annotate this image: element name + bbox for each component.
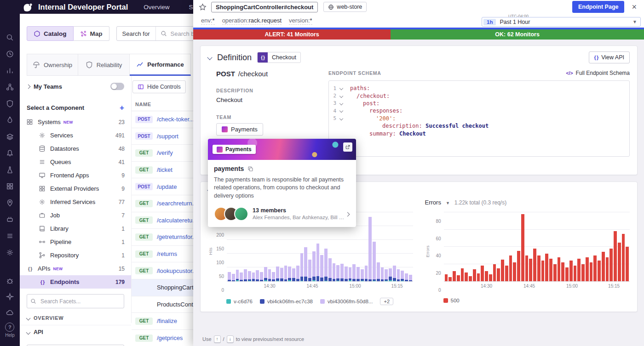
caret-down-icon[interactable]: ▼ — [446, 201, 450, 205]
tab-ownership[interactable]: Ownership — [27, 54, 78, 76]
fold-caret-icon[interactable] — [339, 86, 343, 90]
chart-plot[interactable] — [444, 212, 630, 282]
settings-icon[interactable] — [5, 247, 15, 257]
fold-caret-icon[interactable] — [339, 117, 343, 120]
search-icon[interactable] — [5, 32, 15, 42]
fold-caret-icon[interactable] — [339, 102, 343, 105]
chevron-down-icon[interactable] — [207, 55, 212, 60]
ok-monitors-bar[interactable]: OK: 62 Monitors — [391, 29, 644, 40]
team-hover-card: Payments payments The payments team is r… — [208, 139, 356, 227]
bar — [545, 254, 548, 281]
close-icon[interactable]: × — [632, 3, 637, 11]
legend-item[interactable]: vbi43006fm-50d8... — [320, 299, 373, 304]
item-count: 48 — [119, 146, 125, 152]
cloud-icon[interactable] — [5, 307, 15, 317]
team-banner-chip[interactable]: Payments — [213, 145, 256, 154]
alert-monitors-bar[interactable]: ALERT: 41 Monitors — [193, 29, 391, 40]
endpoint-page-button[interactable]: Endpoint Page — [572, 1, 625, 13]
notebooks-icon[interactable] — [5, 198, 15, 208]
tab-performance[interactable]: Performance — [130, 54, 191, 76]
legend-item[interactable]: 500 — [443, 298, 460, 303]
copy-icon[interactable] — [247, 166, 253, 172]
sidebar-item-endpoints[interactable]: { }Endpoints179 — [20, 275, 131, 289]
service-map-icon[interactable] — [5, 82, 15, 92]
bar — [481, 266, 484, 281]
legend-item[interactable]: v-c6d76 — [226, 299, 253, 304]
top-tab-overview[interactable]: Overview — [144, 4, 169, 11]
fold-caret-icon[interactable] — [339, 94, 343, 97]
bar — [328, 258, 332, 281]
sidebar-item-library[interactable]: Library1 — [20, 222, 131, 235]
bar — [622, 234, 625, 281]
sidebar-item-apis[interactable]: { }APIsNEW15 — [20, 262, 131, 275]
bar — [469, 276, 472, 281]
endpoint-title[interactable]: ShoppingCartController#checkout — [211, 2, 318, 12]
legend-more-button[interactable]: +2 — [380, 298, 393, 305]
integrations-icon[interactable] — [5, 214, 15, 224]
caret-down-icon: ▼ — [632, 19, 637, 24]
hide-controls-button[interactable]: Hide Controls — [132, 80, 186, 93]
star-icon[interactable] — [199, 3, 207, 11]
bar — [477, 273, 480, 281]
sidebar-item-external-providers[interactable]: External Providers9 — [20, 182, 131, 195]
tab-reliability[interactable]: Reliability — [78, 54, 130, 76]
x-tick-label: 14:45 — [523, 284, 535, 289]
logs-icon[interactable] — [5, 231, 15, 241]
layers-icon[interactable] — [5, 131, 15, 142]
sidebar-item-queues[interactable]: Queues41 — [20, 155, 131, 169]
item-count: 7 — [121, 212, 125, 219]
open-team-page-button[interactable] — [343, 142, 352, 152]
full-endpoint-schema-link[interactable]: </> Full Endpoint Schema — [566, 70, 630, 76]
map-view-button[interactable]: Map — [74, 26, 109, 41]
x-axis: 14:3014:4515:0015:15 — [227, 284, 413, 290]
legend-item[interactable]: vbi4ck06fm-ec7c38 — [260, 299, 313, 304]
chevron-right-icon[interactable] — [346, 210, 350, 217]
chevron-down-icon — [26, 330, 31, 335]
infrastructure-icon[interactable] — [5, 181, 15, 191]
bar — [340, 264, 344, 281]
sidebar-item-inferred-services[interactable]: Inferred Services77 — [20, 195, 131, 209]
synthetics-icon[interactable] — [5, 164, 15, 175]
team-label: TEAM — [216, 114, 328, 120]
apm-icon[interactable] — [5, 115, 15, 125]
top-tab-s[interactable]: S — [189, 4, 193, 11]
monitors-icon[interactable] — [5, 148, 15, 158]
history-icon[interactable] — [5, 49, 15, 59]
datadog-logo-icon[interactable] — [22, 1, 34, 12]
sidebar-item-datastores[interactable]: Datastores48 — [20, 142, 131, 155]
time-range-selector[interactable]: 1h Past 1 Hour ▼ — [482, 17, 641, 27]
entity-chip[interactable]: { } Checkout — [257, 52, 301, 63]
view-api-button[interactable]: { } View API — [589, 51, 630, 63]
filter-operation[interactable]: operation:rack.request — [222, 17, 282, 25]
facet-search-input[interactable] — [40, 298, 124, 305]
bar — [264, 267, 267, 281]
bug-report-icon[interactable] — [5, 276, 15, 286]
filter-env[interactable]: env:* — [201, 17, 215, 25]
section-api[interactable]: API — [20, 325, 131, 339]
fold-caret-icon[interactable] — [339, 109, 343, 113]
metrics-icon[interactable] — [5, 65, 15, 75]
sidebar-item-systems[interactable]: SystemsNEW23 — [20, 115, 131, 129]
bar — [602, 252, 605, 281]
sidebar-item-pipeline[interactable]: Pipeline1 — [20, 235, 131, 249]
team-chip[interactable]: Payments — [216, 123, 263, 136]
add-component-button[interactable]: + — [120, 104, 124, 112]
my-teams-row[interactable]: My Teams — [20, 80, 131, 92]
sidebar-item-repository[interactable]: Repository1 — [20, 249, 131, 262]
service-chip[interactable]: web-store — [323, 2, 367, 12]
security-icon[interactable] — [5, 98, 15, 108]
endpoint-side-panel: ShoppingCartController#checkout web-stor… — [193, 0, 644, 346]
help-button[interactable]: ? Help — [5, 323, 15, 338]
team-avatar — [222, 126, 228, 132]
catalog-view-button[interactable]: Catalog — [27, 26, 74, 41]
ai-assistant-icon[interactable] — [5, 291, 15, 301]
my-teams-toggle[interactable] — [110, 83, 124, 90]
item-count: 41 — [119, 159, 125, 165]
sidebar-item-frontend-apps[interactable]: Frontend Apps9 — [20, 169, 131, 182]
filter-version[interactable]: version:* — [289, 17, 312, 25]
sidebar-item-services[interactable]: Services491 — [20, 129, 131, 142]
sidebar-item-job[interactable]: Job7 — [20, 209, 131, 222]
section-overview[interactable]: OVERVIEW — [20, 311, 131, 325]
errors-chart: Errors ▼ 1.22k total (0.3 req/s) Errors … — [425, 199, 630, 305]
facet-search-control[interactable] — [27, 294, 124, 308]
